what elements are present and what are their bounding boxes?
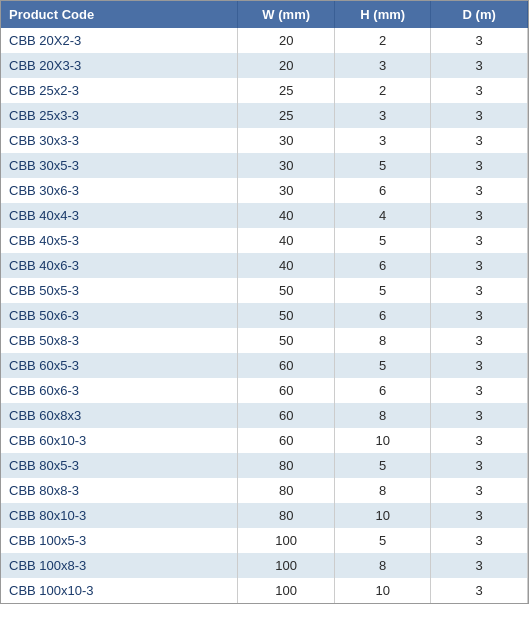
data-cell: 5 xyxy=(334,453,431,478)
data-cell: 40 xyxy=(238,253,335,278)
data-cell: 3 xyxy=(431,353,528,378)
table-row: CBB 25x3-32533 xyxy=(1,103,528,128)
data-cell: 20 xyxy=(238,28,335,53)
table-header-row: Product CodeW (mm)H (mm)D (m) xyxy=(1,1,528,28)
product-code-cell: CBB 80x8-3 xyxy=(1,478,238,503)
table-row: CBB 30x5-33053 xyxy=(1,153,528,178)
data-cell: 30 xyxy=(238,178,335,203)
column-header-w-(mm): W (mm) xyxy=(238,1,335,28)
data-cell: 3 xyxy=(431,153,528,178)
data-cell: 10 xyxy=(334,428,431,453)
data-cell: 40 xyxy=(238,203,335,228)
table-row: CBB 20X2-32023 xyxy=(1,28,528,53)
product-code-cell: CBB 100x10-3 xyxy=(1,578,238,603)
data-cell: 8 xyxy=(334,478,431,503)
data-cell: 5 xyxy=(334,353,431,378)
data-cell: 30 xyxy=(238,128,335,153)
data-cell: 60 xyxy=(238,353,335,378)
table-row: CBB 20X3-32033 xyxy=(1,53,528,78)
data-cell: 3 xyxy=(431,28,528,53)
data-cell: 3 xyxy=(431,253,528,278)
product-code-cell: CBB 50x6-3 xyxy=(1,303,238,328)
product-code-cell: CBB 25x3-3 xyxy=(1,103,238,128)
data-cell: 3 xyxy=(431,553,528,578)
data-cell: 80 xyxy=(238,453,335,478)
data-cell: 3 xyxy=(431,78,528,103)
product-code-cell: CBB 40x6-3 xyxy=(1,253,238,278)
product-code-cell: CBB 100x5-3 xyxy=(1,528,238,553)
data-cell: 5 xyxy=(334,228,431,253)
data-cell: 60 xyxy=(238,403,335,428)
data-cell: 10 xyxy=(334,578,431,603)
table-row: CBB 100x8-310083 xyxy=(1,553,528,578)
product-code-cell: CBB 30x5-3 xyxy=(1,153,238,178)
data-cell: 6 xyxy=(334,253,431,278)
product-code-cell: CBB 50x5-3 xyxy=(1,278,238,303)
table-row: CBB 50x8-35083 xyxy=(1,328,528,353)
data-cell: 60 xyxy=(238,378,335,403)
data-cell: 100 xyxy=(238,528,335,553)
table-row: CBB 60x6-36063 xyxy=(1,378,528,403)
data-cell: 30 xyxy=(238,153,335,178)
data-cell: 3 xyxy=(431,328,528,353)
table-row: CBB 50x5-35053 xyxy=(1,278,528,303)
data-cell: 25 xyxy=(238,78,335,103)
data-cell: 50 xyxy=(238,303,335,328)
data-cell: 3 xyxy=(431,453,528,478)
table-row: CBB 40x4-34043 xyxy=(1,203,528,228)
data-cell: 3 xyxy=(431,128,528,153)
table-row: CBB 30x3-33033 xyxy=(1,128,528,153)
data-cell: 5 xyxy=(334,278,431,303)
data-cell: 3 xyxy=(431,103,528,128)
data-cell: 4 xyxy=(334,203,431,228)
table-row: CBB 25x2-32523 xyxy=(1,78,528,103)
data-cell: 100 xyxy=(238,553,335,578)
data-cell: 3 xyxy=(431,378,528,403)
data-cell: 3 xyxy=(334,103,431,128)
data-cell: 3 xyxy=(334,128,431,153)
data-cell: 3 xyxy=(431,278,528,303)
data-cell: 2 xyxy=(334,78,431,103)
data-cell: 3 xyxy=(431,403,528,428)
table-row: CBB 60x10-360103 xyxy=(1,428,528,453)
data-cell: 40 xyxy=(238,228,335,253)
table-row: CBB 60x8x36083 xyxy=(1,403,528,428)
data-cell: 3 xyxy=(431,528,528,553)
table-row: CBB 80x10-380103 xyxy=(1,503,528,528)
data-cell: 80 xyxy=(238,503,335,528)
column-header-d-(m): D (m) xyxy=(431,1,528,28)
column-header-product-code: Product Code xyxy=(1,1,238,28)
data-cell: 6 xyxy=(334,378,431,403)
product-code-cell: CBB 30x6-3 xyxy=(1,178,238,203)
product-code-cell: CBB 25x2-3 xyxy=(1,78,238,103)
column-header-h-(mm): H (mm) xyxy=(334,1,431,28)
data-cell: 3 xyxy=(431,228,528,253)
product-code-cell: CBB 20X3-3 xyxy=(1,53,238,78)
data-cell: 20 xyxy=(238,53,335,78)
data-cell: 10 xyxy=(334,503,431,528)
data-cell: 60 xyxy=(238,428,335,453)
product-code-cell: CBB 30x3-3 xyxy=(1,128,238,153)
table-row: CBB 50x6-35063 xyxy=(1,303,528,328)
table-row: CBB 80x5-38053 xyxy=(1,453,528,478)
table-row: CBB 80x8-38083 xyxy=(1,478,528,503)
data-cell: 3 xyxy=(431,578,528,603)
data-cell: 6 xyxy=(334,178,431,203)
data-cell: 25 xyxy=(238,103,335,128)
data-cell: 8 xyxy=(334,403,431,428)
data-cell: 3 xyxy=(431,478,528,503)
data-cell: 100 xyxy=(238,578,335,603)
data-cell: 2 xyxy=(334,28,431,53)
data-cell: 80 xyxy=(238,478,335,503)
table-row: CBB 60x5-36053 xyxy=(1,353,528,378)
product-code-cell: CBB 80x5-3 xyxy=(1,453,238,478)
product-code-cell: CBB 80x10-3 xyxy=(1,503,238,528)
product-table: Product CodeW (mm)H (mm)D (m) CBB 20X2-3… xyxy=(0,0,529,604)
data-cell: 3 xyxy=(431,178,528,203)
product-code-cell: CBB 20X2-3 xyxy=(1,28,238,53)
data-cell: 50 xyxy=(238,278,335,303)
data-cell: 6 xyxy=(334,303,431,328)
data-cell: 3 xyxy=(431,503,528,528)
data-cell: 3 xyxy=(431,303,528,328)
product-code-cell: CBB 60x8x3 xyxy=(1,403,238,428)
